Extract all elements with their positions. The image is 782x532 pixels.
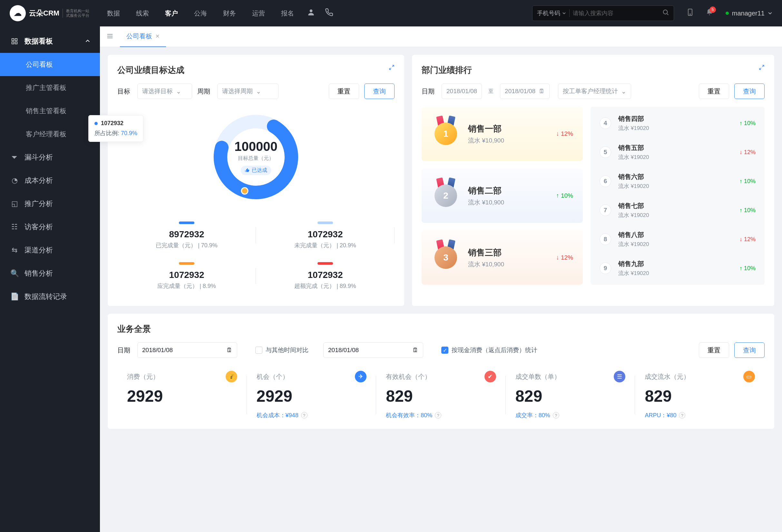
card-business-overview: 业务全景 日期 2018/01/08🗓 与其他时间对比 2018/01/08🗓 … — [108, 314, 774, 429]
trend-indicator: ↓ 12% — [740, 236, 755, 243]
nav-公海[interactable]: 公海 — [194, 0, 207, 27]
help-icon[interactable]: ? — [553, 412, 559, 419]
rank-card-3[interactable]: 3销售三部流水 ¥10,900↓ 12% — [422, 230, 583, 285]
kpi-item: 有效机会（个）✔829机会有效率：80% ? — [376, 371, 506, 419]
help-icon[interactable]: ? — [679, 412, 685, 419]
kpi-item: 成交单数（单）☰829成交率：80% ? — [506, 371, 635, 419]
nav-财务[interactable]: 财务 — [223, 0, 236, 27]
rank-card-1[interactable]: 1销售一部流水 ¥10,900↓ 12% — [422, 107, 583, 161]
trend-indicator: ↑ 10% — [556, 192, 573, 199]
date-to[interactable]: 2018/01/08🗓 — [500, 83, 549, 99]
nav-运营[interactable]: 运营 — [252, 0, 265, 27]
card-dept-ranking: 部门业绩排行 日期 2018/01/08 至 2018/01/08🗓 按工单客户… — [412, 55, 774, 306]
search-box: 手机号码 — [532, 5, 674, 21]
user-name: manager11 — [732, 10, 765, 17]
query-button[interactable]: 查询 — [734, 343, 765, 358]
search-type-select[interactable]: 手机号码 — [537, 9, 570, 17]
stat-item: 1072932未完成量（元） | 20.9% — [256, 215, 395, 256]
trend-indicator: ↓ 12% — [556, 254, 573, 261]
sidebar-item-访客分析[interactable]: ☷访客分析 — [0, 215, 100, 239]
reset-button[interactable]: 重置 — [329, 83, 359, 99]
rank-card-2[interactable]: 2销售二部流水 ¥10,900↑ 10% — [422, 169, 583, 223]
nav-客户[interactable]: 客户 — [165, 0, 178, 27]
sidebar-item-销售分析[interactable]: 🔍销售分析 — [0, 262, 100, 285]
sidebar-icon: 🔍 — [10, 269, 19, 278]
sidebar-item-推广主管看板[interactable]: 推广主管看板 — [0, 76, 100, 99]
logo[interactable]: ☁ 云朵CRM 教育机构一站式服务云平台 — [10, 5, 89, 21]
sidebar-item-推广分析[interactable]: ◱推广分析 — [0, 192, 100, 215]
sidebar-item-数据流转记录[interactable]: 📄数据流转记录 — [0, 285, 100, 308]
rank-row[interactable]: 4销售四部流水 ¥19020↑ 10% — [591, 109, 765, 138]
logo-icon: ☁ — [10, 5, 26, 21]
date-input[interactable]: 2018/01/08🗓 — [137, 343, 237, 358]
target-select[interactable]: 请选择目标⌄ — [137, 83, 192, 99]
compare-checkbox[interactable] — [255, 347, 262, 354]
search-icon[interactable] — [662, 9, 669, 18]
trend-indicator: ↑ 10% — [740, 265, 755, 272]
period-select[interactable]: 请选择周期⌄ — [217, 83, 279, 99]
stat-item: 1072932应完成量（元） | 8.9% — [117, 256, 256, 296]
close-icon[interactable]: ✕ — [155, 33, 159, 39]
bell-icon[interactable]: 5 — [706, 8, 713, 18]
trend-indicator: ↑ 10% — [740, 178, 755, 185]
rank-row[interactable]: 8销售八部流水 ¥19020↓ 12% — [591, 225, 765, 254]
sidebar-item-漏斗分析[interactable]: ⏷漏斗分析 — [0, 146, 100, 169]
mobile-icon[interactable] — [686, 8, 694, 18]
sidebar-icon: ⇆ — [10, 246, 19, 254]
achieved-badge: 已达成 — [241, 166, 271, 175]
svg-point-1 — [663, 10, 667, 14]
tabs-bar: 公司看板 ✕ — [100, 27, 782, 47]
phone-icon[interactable] — [325, 8, 333, 19]
stat-item: 8972932已完成量（元） | 70.9% — [117, 215, 256, 256]
rank-row[interactable]: 5销售五部流水 ¥19020↓ 12% — [591, 138, 765, 167]
date-from[interactable]: 2018/01/08 — [441, 83, 482, 99]
collapse-sidebar-icon[interactable] — [106, 33, 113, 41]
nav-数据[interactable]: 数据 — [107, 0, 120, 27]
rank-row[interactable]: 7销售七部流水 ¥19020↑ 10% — [591, 196, 765, 225]
svg-rect-5 — [15, 39, 17, 41]
calendar-icon: 🗓 — [539, 88, 545, 95]
user-icon[interactable] — [307, 8, 315, 19]
query-button[interactable]: 查询 — [364, 83, 395, 99]
expand-icon[interactable] — [389, 65, 395, 72]
kpi-icon: ▭ — [743, 371, 755, 382]
help-icon[interactable]: ? — [435, 412, 441, 419]
sidebar-item-渠道分析[interactable]: ⇆渠道分析 — [0, 239, 100, 262]
date-input-compare[interactable]: 2018/01/08🗓 — [323, 343, 423, 358]
user-menu[interactable]: manager11 — [725, 10, 772, 17]
sidebar-group-dashboards[interactable]: 数据看板 — [0, 30, 100, 53]
svg-point-0 — [310, 9, 313, 12]
kpi-item: 成交流水（元）▭829ARPU：¥80 ? — [635, 371, 765, 419]
nav-线索[interactable]: 线索 — [136, 0, 149, 27]
label-date: 日期 — [422, 87, 434, 96]
label-period: 周期 — [197, 87, 210, 96]
calendar-icon: 🗓 — [226, 347, 233, 354]
tab-company-board[interactable]: 公司看板 ✕ — [120, 27, 166, 47]
brand-name: 云朵CRM — [29, 8, 59, 18]
rank-row[interactable]: 9销售九部流水 ¥19020↑ 10% — [591, 254, 765, 283]
help-icon[interactable]: ? — [301, 412, 308, 419]
svg-rect-6 — [12, 42, 14, 44]
sidebar-item-销售主管看板[interactable]: 销售主管看板 — [0, 99, 100, 122]
sidebar-item-客户经理看板[interactable]: 客户经理看板 — [0, 122, 100, 146]
sidebar-icon: ⏷ — [10, 153, 19, 162]
cash-checkbox[interactable]: ✓ — [441, 347, 449, 354]
search-input[interactable] — [570, 10, 662, 17]
nav-报名[interactable]: 报名 — [281, 0, 294, 27]
reset-button[interactable]: 重置 — [699, 83, 729, 99]
card-title: 业务全景 — [117, 323, 765, 335]
sidebar-icon: ☷ — [10, 223, 19, 231]
label-target: 目标 — [117, 87, 130, 96]
donut-chart: 100000 目标总量（元） 已达成 — [208, 109, 304, 205]
rank-row[interactable]: 6销售六部流水 ¥19020↑ 10% — [591, 167, 765, 196]
reset-button[interactable]: 重置 — [699, 343, 729, 358]
sidebar-item-成本分析[interactable]: ◔成本分析 — [0, 169, 100, 192]
query-button[interactable]: 查询 — [734, 83, 765, 99]
sidebar: 数据看板 公司看板推广主管看板销售主管看板客户经理看板 ⏷漏斗分析◔成本分析◱推… — [0, 27, 100, 532]
svg-rect-4 — [12, 39, 14, 41]
sidebar-item-公司看板[interactable]: 公司看板 — [0, 53, 100, 76]
expand-icon[interactable] — [759, 65, 765, 72]
medal-icon: 3 — [431, 243, 460, 272]
stat-by-select[interactable]: 按工单客户经理统计⌄ — [558, 83, 631, 99]
stat-item: 1072932超额完成（元） | 89.9% — [256, 256, 395, 296]
